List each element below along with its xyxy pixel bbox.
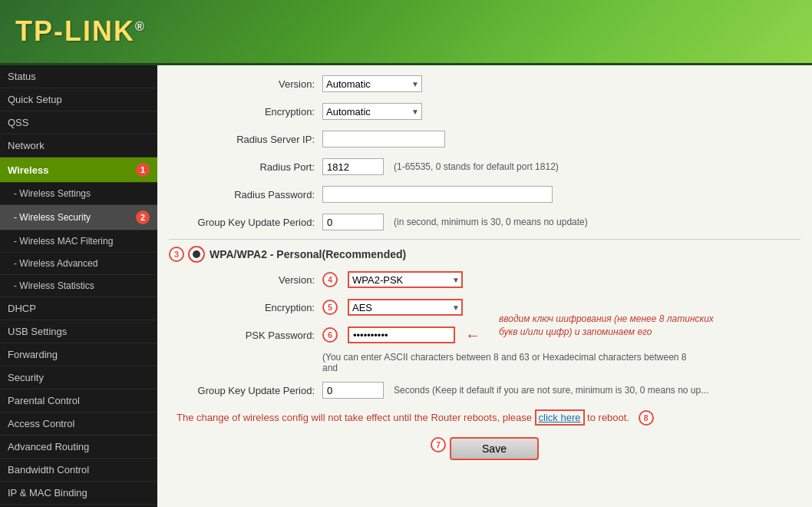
wpa-group-key-hint: Seconds (Keep it default if you are not … xyxy=(394,385,708,396)
radius-ip-control xyxy=(322,131,445,147)
wpa-encryption-control: 5 Automatic TKIP AES ▼ xyxy=(322,299,463,316)
psk-arrow: ← xyxy=(465,326,480,344)
psk-hint-text: (You can enter ASCII characters between … xyxy=(322,352,691,373)
sidebar-item-forwarding[interactable]: Forwarding xyxy=(0,343,157,366)
group-key-input-top[interactable] xyxy=(322,214,384,230)
anno-5: 5 xyxy=(322,300,338,315)
sidebar-item-parental-control[interactable]: Parental Control xyxy=(0,389,157,413)
wpa-radio-section: 3 WPA/WPA2 - Personal(Recommended) xyxy=(169,246,800,263)
notice-text-before: The change of wireless config will not t… xyxy=(177,412,535,423)
encryption-select-top[interactable]: Automatic TKIP AES xyxy=(322,103,422,120)
content-area: Version: Automatic WPA WPA2 ▼ Encryption… xyxy=(157,65,812,507)
psk-password-label: PSK Password: xyxy=(169,330,322,341)
sidebar-item-wireless-mac[interactable]: - Wireless MAC Filtering xyxy=(0,230,157,253)
radius-port-hint: (1-65535, 0 stands for default port 1812… xyxy=(394,161,559,172)
wpa-section-title: WPA/WPA2 - Personal(Recommended) xyxy=(210,248,406,260)
sidebar-item-wireless[interactable]: Wireless 1 xyxy=(0,157,157,183)
group-key-label-top: Group Key Update Period: xyxy=(169,217,322,228)
encryption-row-top: Encryption: Automatic TKIP AES ▼ xyxy=(169,101,800,122)
sidebar-item-access-control[interactable]: Access Control xyxy=(0,413,157,436)
version-label-top: Version: xyxy=(169,78,322,90)
main-layout: Status Quick Setup QSS Network Wireless … xyxy=(0,65,812,507)
russian-annotation: вводим ключ шифрования (не менее 8 латин… xyxy=(499,313,714,339)
wpa-encryption-select-wrapper: Automatic TKIP AES ▼ xyxy=(348,299,463,316)
radius-port-control: (1-65535, 0 stands for default port 1812… xyxy=(322,158,559,175)
sidebar: Status Quick Setup QSS Network Wireless … xyxy=(0,65,157,507)
notice-area: The change of wireless config will not t… xyxy=(169,410,800,426)
encryption-label-top: Encryption: xyxy=(169,106,322,118)
save-button[interactable]: Save xyxy=(450,437,539,460)
radius-ip-label: Radius Server IP: xyxy=(169,134,322,145)
sidebar-item-status[interactable]: Status xyxy=(0,65,157,88)
group-key-control-top: (in second, minimum is 30, 0 means no up… xyxy=(322,214,588,230)
sidebar-item-security[interactable]: Security xyxy=(0,366,157,389)
logo: TP-LINK® xyxy=(15,15,146,48)
wireless-security-badge: 2 xyxy=(136,210,150,224)
notice-link[interactable]: click here xyxy=(535,409,585,426)
sidebar-item-usb-settings[interactable]: USB Settings xyxy=(0,320,157,343)
sidebar-item-wireless-settings[interactable]: - Wireless Settings xyxy=(0,183,157,205)
radius-port-input[interactable] xyxy=(322,158,384,175)
notice-text-after: to reboot. xyxy=(585,412,630,423)
save-button-container: 7 Save xyxy=(169,437,800,460)
wpa-group-key-row: Group Key Update Period: Seconds (Keep i… xyxy=(169,379,800,401)
psk-password-control: 6 ← xyxy=(322,326,480,344)
psk-password-input[interactable] xyxy=(348,326,455,343)
wpa-version-select[interactable]: Automatic WPA-PSK WPA2-PSK xyxy=(348,271,463,288)
wpa-version-row: Version: 4 Automatic WPA-PSK WPA2-PSK ▼ xyxy=(169,269,800,290)
sidebar-item-quick-setup[interactable]: Quick Setup xyxy=(0,88,157,111)
radius-port-label: Radius Port: xyxy=(169,161,322,173)
section-divider xyxy=(169,239,800,240)
sidebar-item-dhcp[interactable]: DHCP xyxy=(0,297,157,320)
wpa-version-label: Version: xyxy=(169,274,322,286)
wpa-encryption-select[interactable]: Automatic TKIP AES xyxy=(348,299,463,316)
radio-inner xyxy=(193,250,200,258)
anno-8: 8 xyxy=(639,410,654,426)
psk-password-row: PSK Password: 6 ← вводим ключ шифрования… xyxy=(169,324,800,346)
version-control-top: Automatic WPA WPA2 ▼ xyxy=(322,75,422,92)
sidebar-item-wireless-statistics[interactable]: - Wireless Statistics xyxy=(0,275,157,297)
version-row-top: Version: Automatic WPA WPA2 ▼ xyxy=(169,73,800,94)
sidebar-item-advanced-routing[interactable]: Advanced Routing xyxy=(0,436,157,459)
header: TP-LINK® xyxy=(0,0,812,65)
logo-text: TP-LINK xyxy=(15,15,135,47)
logo-reg: ® xyxy=(135,20,146,33)
radius-password-input[interactable] xyxy=(322,186,553,203)
anno-6: 6 xyxy=(322,327,338,343)
psk-hint-row: (You can enter ASCII characters between … xyxy=(169,352,800,373)
version-select-wrapper-top: Automatic WPA WPA2 ▼ xyxy=(322,75,422,92)
wireless-badge: 1 xyxy=(136,163,150,177)
anno-7: 7 xyxy=(431,437,446,452)
wpa-group-key-control: Seconds (Keep it default if you are not … xyxy=(322,382,708,399)
radius-ip-input[interactable] xyxy=(322,131,445,147)
sidebar-item-network[interactable]: Network xyxy=(0,134,157,157)
anno-4: 4 xyxy=(322,272,338,287)
group-key-hint-top: (in second, minimum is 30, 0 means no up… xyxy=(394,217,588,227)
wpa-group-key-label: Group Key Update Period: xyxy=(169,385,322,396)
encryption-select-wrapper-top: Automatic TKIP AES ▼ xyxy=(322,103,422,120)
sidebar-item-bandwidth-control[interactable]: Bandwidth Control xyxy=(0,459,157,482)
radius-ip-row: Radius Server IP: xyxy=(169,128,800,150)
sidebar-item-wireless-security[interactable]: - Wireless Security 2 xyxy=(0,205,157,230)
wpa-group-key-input[interactable] xyxy=(322,382,384,399)
radius-password-control xyxy=(322,186,553,203)
sidebar-item-wireless-advanced[interactable]: - Wireless Advanced xyxy=(0,253,157,275)
radius-password-label: Radius Password: xyxy=(169,189,322,200)
sidebar-item-qss[interactable]: QSS xyxy=(0,111,157,134)
encryption-control-top: Automatic TKIP AES ▼ xyxy=(322,103,422,120)
version-select-top[interactable]: Automatic WPA WPA2 xyxy=(322,75,422,92)
group-key-row-top: Group Key Update Period: (in second, min… xyxy=(169,211,800,233)
radius-password-row: Radius Password: xyxy=(169,184,800,205)
sidebar-item-ip-mac-binding[interactable]: IP & MAC Binding xyxy=(0,482,157,505)
wpa-encryption-label: Encryption: xyxy=(169,302,322,313)
anno-3: 3 xyxy=(169,247,184,262)
wpa-version-select-wrapper: Automatic WPA-PSK WPA2-PSK ▼ xyxy=(348,271,463,288)
wpa-version-control: 4 Automatic WPA-PSK WPA2-PSK ▼ xyxy=(322,271,463,288)
radius-port-row: Radius Port: (1-65535, 0 stands for defa… xyxy=(169,156,800,177)
wpa-radio-button[interactable] xyxy=(188,246,205,263)
